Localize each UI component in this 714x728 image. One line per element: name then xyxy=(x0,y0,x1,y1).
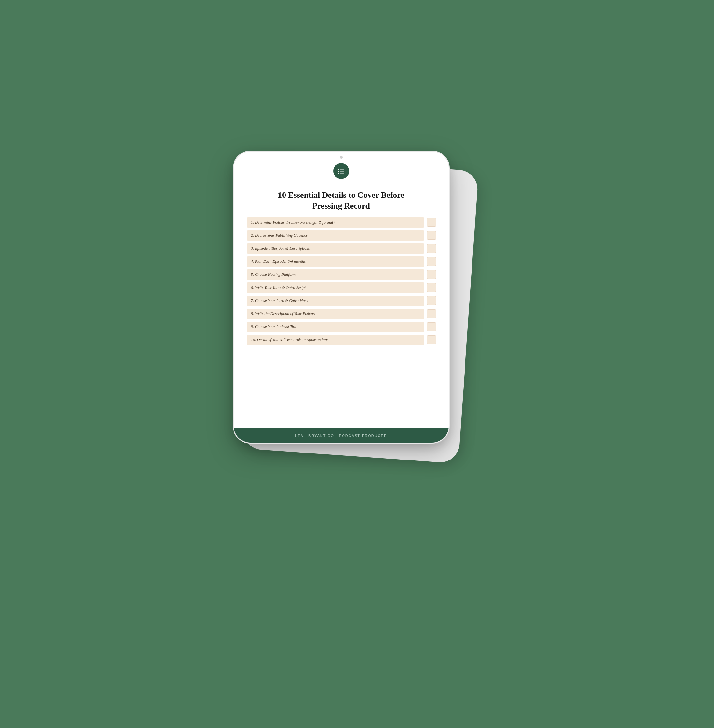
checklist-item-label: 1. Determine Podcast Framework (length &… xyxy=(247,217,424,228)
svg-rect-5 xyxy=(340,173,344,174)
checklist-row: 1. Determine Podcast Framework (length &… xyxy=(247,217,436,228)
top-section xyxy=(247,171,436,179)
title-line1: 10 Essential Details to Cover Before xyxy=(278,190,404,200)
checkbox[interactable] xyxy=(427,231,436,240)
footer-text: LEAH BRYANT CO | PODCAST PRODUCER xyxy=(295,434,387,437)
checklist-item-label: 5. Choose Hosting Platform xyxy=(247,270,424,280)
checklist-item-label: 2. Decide Your Publishing Cadence xyxy=(247,230,424,241)
checkbox[interactable] xyxy=(427,244,436,253)
checklist-row: 9. Choose Your Podcast Title xyxy=(247,322,436,332)
checkbox[interactable] xyxy=(427,322,436,331)
checkbox[interactable] xyxy=(427,296,436,305)
checkbox[interactable] xyxy=(427,336,436,344)
checklist-row: 2. Decide Your Publishing Cadence xyxy=(247,230,436,241)
checklist-row: 10. Decide if You Will Want Ads or Spons… xyxy=(247,335,436,345)
checkbox[interactable] xyxy=(427,283,436,292)
scene: 10 Essential Details to Cover Before Pre… xyxy=(182,125,532,603)
checkbox[interactable] xyxy=(427,257,436,266)
checklist-item-label: 4. Plan Each Episode: 3-6 months xyxy=(247,256,424,267)
tablet-footer: LEAH BRYANT CO | PODCAST PRODUCER xyxy=(234,428,448,443)
checklist-row: 6. Write Your Intro & Outro Script xyxy=(247,283,436,293)
camera-dot xyxy=(340,156,342,159)
checklist-item-label: 10. Decide if You Will Want Ads or Spons… xyxy=(247,335,424,345)
checklist-icon-circle xyxy=(333,163,349,179)
main-title: 10 Essential Details to Cover Before Pre… xyxy=(247,190,436,211)
checklist-row: 7. Choose Your Intro & Outro Music xyxy=(247,295,436,306)
checklist-row: 5. Choose Hosting Platform xyxy=(247,270,436,280)
tablet: 10 Essential Details to Cover Before Pre… xyxy=(233,151,450,443)
tablet-inner: 10 Essential Details to Cover Before Pre… xyxy=(234,161,448,424)
checklist-row: 3. Episode Titles, Art & Descriptions xyxy=(247,243,436,254)
svg-rect-1 xyxy=(340,169,344,170)
checklist-item-label: 7. Choose Your Intro & Outro Music xyxy=(247,295,424,306)
checklist-item-label: 3. Episode Titles, Art & Descriptions xyxy=(247,243,424,254)
checklist-icon xyxy=(338,167,345,175)
checklist: 1. Determine Podcast Framework (length &… xyxy=(247,217,436,424)
title-line2: Pressing Record xyxy=(312,201,370,211)
checklist-item-label: 8. Write the Description of Your Podcast xyxy=(247,309,424,319)
checkbox[interactable] xyxy=(427,218,436,227)
checkbox[interactable] xyxy=(427,270,436,279)
svg-rect-3 xyxy=(340,171,344,172)
checklist-row: 8. Write the Description of Your Podcast xyxy=(247,309,436,319)
checkbox[interactable] xyxy=(427,309,436,318)
checklist-item-label: 6. Write Your Intro & Outro Script xyxy=(247,283,424,293)
checklist-item-label: 9. Choose Your Podcast Title xyxy=(247,322,424,332)
checklist-row: 4. Plan Each Episode: 3-6 months xyxy=(247,256,436,267)
